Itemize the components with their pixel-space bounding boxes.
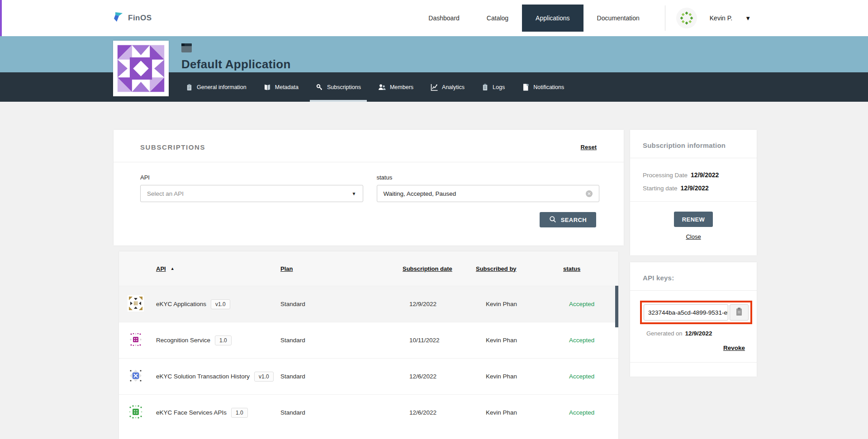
avatar	[676, 8, 697, 28]
tab-members[interactable]: Members	[372, 72, 419, 102]
processing-date-value: 12/9/2022	[691, 171, 719, 179]
tab-metadata[interactable]: Metadata	[258, 72, 304, 102]
tab-label: Analytics	[442, 84, 465, 90]
subscriptions-panel: SUBSCRIPTIONS Reset API Select an API ▼ …	[114, 130, 624, 245]
subscription-information-actions: RENEW Close	[630, 202, 757, 241]
tab-notifications[interactable]: Notifications	[516, 72, 570, 102]
logs-icon	[482, 84, 489, 91]
revoke-link[interactable]: Revoke	[723, 345, 745, 351]
column-header-label: Subscribed by	[476, 265, 517, 272]
column-header-subscription-date[interactable]: Subscription date	[403, 265, 476, 272]
api-select-placeholder: Select an API	[147, 190, 184, 197]
plan-cell: Standard	[280, 337, 403, 344]
column-header-status[interactable]: status	[563, 265, 618, 272]
status-cell: Accepted	[563, 373, 618, 380]
app-logo	[113, 41, 169, 96]
clear-icon[interactable]: ✕	[586, 190, 593, 197]
table-row[interactable]: eKYC Face Services APIs1.0Standard12/6/2…	[119, 394, 618, 430]
status-input-value: Waiting, Accepted, Paused	[384, 190, 456, 197]
api-cell: eKYC Face Services APIs1.0	[156, 408, 280, 418]
api-version-badge: v1.0	[211, 299, 230, 309]
api-key-field[interactable]: 323744ba-a5cd-4899-9531-e5	[644, 304, 728, 321]
api-version-badge: v1.0	[254, 372, 274, 382]
nav-item-catalog[interactable]: Catalog	[473, 5, 522, 32]
api-version-badge: 1.0	[215, 335, 232, 345]
brand-logo[interactable]: FinOS	[113, 11, 152, 25]
nav-item-dashboard[interactable]: Dashboard	[415, 5, 473, 32]
top-nav-links: Dashboard Catalog Applications Documenta…	[415, 0, 868, 36]
tab-subscriptions[interactable]: Subscriptions	[310, 72, 367, 102]
column-header-label: Subscription date	[403, 265, 452, 272]
column-header-api[interactable]: API ▲	[156, 265, 280, 272]
copy-api-key-button[interactable]	[730, 304, 749, 321]
app-header-text: Default Application	[181, 43, 291, 71]
subscription-information-body: Processing Date12/9/2022 Starting date12…	[630, 158, 757, 202]
ekyc-transaction-history-icon	[119, 368, 156, 385]
subscription-date-cell: 10/11/2022	[403, 337, 476, 344]
chevron-down-icon: ▼	[352, 191, 356, 196]
subscribed-by-cell: Kevin Phan	[476, 337, 563, 344]
subscriptions-title: SUBSCRIPTIONS	[140, 143, 205, 151]
tab-label: General information	[197, 84, 247, 90]
api-key-highlight-box: 323744ba-a5cd-4899-9531-e5	[640, 301, 752, 324]
api-select[interactable]: Select an API ▼	[140, 185, 363, 202]
starting-date-row: Starting date12/9/2022	[643, 184, 744, 192]
revoke-row: Revoke	[630, 337, 757, 352]
tab-logs[interactable]: Logs	[476, 72, 511, 102]
status-cell: Accepted	[563, 301, 618, 307]
api-name: eKYC Applications	[156, 301, 206, 307]
search-row: SEARCH	[114, 202, 624, 227]
recognition-service-icon	[119, 331, 156, 349]
processing-date-label: Processing Date	[643, 172, 688, 179]
renew-button[interactable]: RENEW	[674, 212, 713, 227]
close-link[interactable]: Close	[686, 233, 701, 240]
nav-item-applications[interactable]: Applications	[522, 5, 583, 32]
status-filter-label: status	[377, 174, 600, 181]
clipboard-copy-icon	[735, 307, 743, 317]
key-icon	[316, 84, 323, 91]
tab-label: Subscriptions	[327, 84, 361, 90]
subscription-date-cell: 12/6/2022	[403, 409, 476, 416]
api-version-badge: 1.0	[231, 408, 248, 418]
generated-on-row: Generated on12/9/2022	[646, 330, 757, 337]
subscribed-by-cell: Kevin Phan	[476, 373, 563, 380]
api-keys-divider	[630, 362, 757, 363]
brand-name: FinOS	[128, 14, 152, 23]
plan-cell: Standard	[280, 301, 403, 307]
table-row[interactable]: eKYC Solution Transaction Historyv1.0Sta…	[119, 358, 618, 394]
generated-on-value: 12/9/2022	[685, 330, 712, 337]
api-filter: API Select an API ▼	[140, 174, 363, 202]
user-menu[interactable]: Kevin P. ▼	[676, 8, 751, 28]
processing-date-row: Processing Date12/9/2022	[643, 171, 744, 179]
starting-date-value: 12/9/2022	[681, 184, 709, 192]
reset-link[interactable]: Reset	[581, 144, 597, 151]
tab-general-information[interactable]: General information	[180, 72, 252, 102]
column-header-subscribed-by[interactable]: Subscribed by	[476, 265, 563, 272]
clipboard-icon	[186, 84, 193, 91]
table-body: eKYC Applicationsv1.0Standard12/9/2022Ke…	[119, 286, 618, 430]
table-row[interactable]: eKYC Applicationsv1.0Standard12/9/2022Ke…	[119, 286, 618, 322]
search-button[interactable]: SEARCH	[540, 212, 596, 227]
column-header-label: status	[563, 265, 580, 272]
api-name: eKYC Face Services APIs	[156, 409, 227, 416]
nav-item-documentation[interactable]: Documentation	[583, 5, 653, 32]
api-name: Recognition Service	[156, 337, 210, 344]
api-filter-label: API	[140, 174, 363, 181]
api-name: eKYC Solution Transaction History	[156, 373, 250, 380]
application-icon	[181, 43, 291, 54]
user-name: Kevin P.	[710, 14, 732, 22]
vertical-scrollbar[interactable]	[615, 286, 618, 327]
brand-accent-strip	[0, 0, 2, 36]
tab-analytics[interactable]: Analytics	[425, 72, 470, 102]
status-cell: Accepted	[563, 337, 618, 344]
column-header-plan[interactable]: Plan	[280, 265, 403, 272]
subscription-information-panel: Subscription information Processing Date…	[630, 130, 757, 255]
status-input[interactable]: Waiting, Accepted, Paused ✕	[377, 185, 600, 202]
table-row[interactable]: Recognition Service1.0Standard10/11/2022…	[119, 322, 618, 358]
nav-divider	[665, 5, 665, 31]
tab-label: Notifications	[533, 84, 564, 90]
notifications-icon	[522, 84, 529, 91]
column-header-label: Plan	[280, 265, 293, 272]
search-button-label: SEARCH	[561, 217, 587, 223]
page-title: Default Application	[181, 57, 291, 71]
